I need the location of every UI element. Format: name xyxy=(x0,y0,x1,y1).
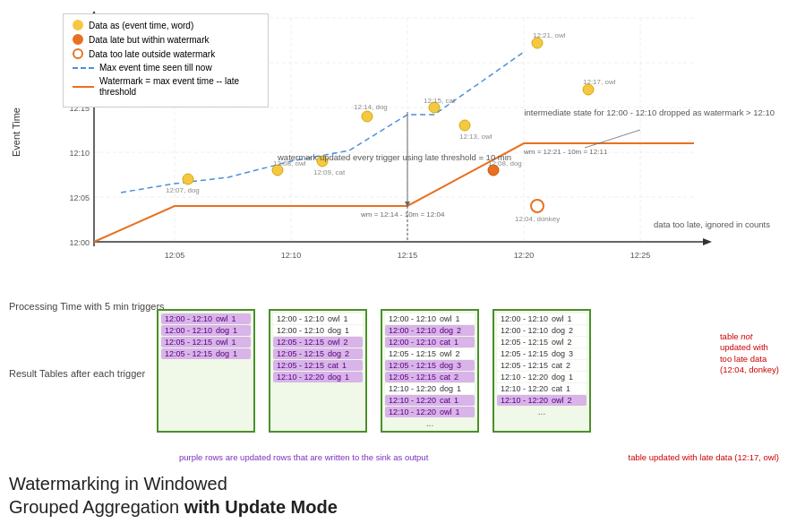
table-row: 12:05 - 12:15 cat 2 xyxy=(497,360,587,371)
svg-text:wm = 12:14 - 10m = 12:04: wm = 12:14 - 10m = 12:04 xyxy=(360,210,445,219)
legend-orange-text: Data late but within watermark xyxy=(89,35,210,45)
svg-text:12:04, donkey: 12:04, donkey xyxy=(515,215,560,223)
yellow-dot-icon xyxy=(73,20,83,30)
table-not-updated-annotation: table notupdated withtoo late data(12:04… xyxy=(720,331,779,375)
table-row: 12:00 - 12:10 owl 1 xyxy=(273,313,363,324)
title-line2: Grouped Aggregation xyxy=(9,497,179,517)
table-row: 12:00 - 12:10 owl 1 xyxy=(497,313,587,324)
legend-item-dashed: Max event time seen till now xyxy=(73,63,259,73)
table-row: 12:00 - 12:10 dog 2 xyxy=(497,325,587,336)
svg-marker-13 xyxy=(703,238,712,245)
svg-text:12:15: 12:15 xyxy=(398,251,418,260)
table-row: 12:00 - 12:10 cat 1 xyxy=(385,337,475,348)
table-row: 12:05 - 12:15 cat 2 xyxy=(385,372,475,382)
svg-text:12:13, owl: 12:13, owl xyxy=(459,133,492,141)
y-axis-label: Event Time xyxy=(11,107,21,157)
purple-rows-annotation: purple rows are updated rows that are wr… xyxy=(179,452,428,463)
table-row: 12:10 - 12:20 owl 1 xyxy=(385,407,475,417)
svg-text:12:05: 12:05 xyxy=(69,193,90,202)
legend-item-yellow: Data as (event time, word) xyxy=(73,20,259,30)
svg-text:12:10: 12:10 xyxy=(69,149,90,158)
svg-text:12:10: 12:10 xyxy=(281,251,302,260)
processing-time-label: Processing Time with 5 min triggers xyxy=(9,300,165,313)
legend-item-orange: Data late but within watermark xyxy=(73,34,259,45)
svg-point-25 xyxy=(183,174,193,184)
legend-yellow-text: Data as (event time, word) xyxy=(89,21,193,30)
result-table-4: 12:00 - 12:10 owl 1 12:00 - 12:10 dog 2 … xyxy=(492,309,591,433)
svg-point-31 xyxy=(362,111,373,122)
table-updated-annotation: table updated with late data (12:17, owl… xyxy=(629,452,779,463)
svg-text:12:09, cat: 12:09, cat xyxy=(313,168,346,176)
intermediate-state-annotation: intermediate state for 12:00 - 12:10 dro… xyxy=(524,107,775,118)
table-row: 12:05 - 12:15 owl 2 xyxy=(273,337,363,348)
table-row: 12:10 - 12:20 cat 1 xyxy=(497,383,587,394)
table-row: 12:10 - 12:20 dog 1 xyxy=(497,372,587,382)
table-dots: ... xyxy=(497,407,587,416)
main-container: Event Time 12:00 12:05 12:10 12:15 12:20… xyxy=(0,0,788,532)
svg-text:12:20: 12:20 xyxy=(514,251,535,260)
page-title: Watermarking in Windowed Grouped Aggrega… xyxy=(9,472,338,519)
table-row: 12:00 - 12:10 owl 1 xyxy=(161,313,251,324)
orange-hollow-dot-icon xyxy=(73,48,83,59)
svg-line-49 xyxy=(585,130,640,148)
svg-point-35 xyxy=(459,120,470,131)
svg-text:12:07, dog: 12:07, dog xyxy=(166,186,200,194)
table-row: 12:05 - 12:15 owl 1 xyxy=(161,337,251,348)
title-line1: Watermarking in Windowed xyxy=(9,474,227,493)
svg-text:12:21, owl: 12:21, owl xyxy=(533,31,566,39)
result-table-3: 12:00 - 12:10 owl 1 12:00 - 12:10 dog 2 … xyxy=(381,309,479,433)
table-row: 12:05 - 12:15 dog 1 xyxy=(161,348,251,359)
legend-hollow-text: Data too late outside watermark xyxy=(89,49,215,59)
legend-dashed-text: Max event time seen till now xyxy=(99,63,212,73)
table-row: 12:00 - 12:10 dog 2 xyxy=(385,325,475,336)
table-row: 12:10 - 12:20 cat 1 xyxy=(385,395,475,406)
svg-text:12:25: 12:25 xyxy=(630,251,651,260)
result-table-1: 12:00 - 12:10 owl 1 12:00 - 12:10 dog 1 … xyxy=(157,309,255,433)
table-row: 12:05 - 12:15 dog 3 xyxy=(497,348,587,359)
result-table-2: 12:00 - 12:10 owl 1 12:00 - 12:10 dog 1 … xyxy=(269,309,367,433)
legend-item-hollow: Data too late outside watermark xyxy=(73,48,259,59)
table-row: 12:00 - 12:10 dog 1 xyxy=(161,325,251,336)
svg-text:12:15, cat: 12:15, cat xyxy=(424,97,456,105)
legend-watermark-text: Watermark = max event time -- late thres… xyxy=(99,76,259,98)
table-row: 12:00 - 12:10 owl 1 xyxy=(385,313,475,324)
table-row: 12:10 - 12:20 dog 1 xyxy=(385,383,475,394)
table-row: 12:00 - 12:10 dog 1 xyxy=(273,325,363,336)
legend-item-watermark: Watermark = max event time -- late thres… xyxy=(73,76,259,98)
watermark-update-annotation: watermark updated every trigger using la… xyxy=(278,152,511,163)
svg-text:12:00: 12:00 xyxy=(69,238,90,247)
result-tables-label: Result Tables after each trigger xyxy=(9,367,145,381)
svg-text:12:14, dog: 12:14, dog xyxy=(354,103,388,111)
too-late-annotation: data too late, ignored in counts xyxy=(654,219,770,230)
table-row: 12:10 - 12:20 owl 2 xyxy=(497,395,587,406)
svg-text:12:05: 12:05 xyxy=(165,251,185,260)
orange-solid-dot-icon xyxy=(73,34,83,45)
legend: Data as (event time, word) Data late but… xyxy=(63,13,269,107)
table-row: 12:05 - 12:15 owl 2 xyxy=(385,348,475,359)
svg-text:wm = 12:21 - 10m = 12:11: wm = 12:21 - 10m = 12:11 xyxy=(523,148,608,156)
table-row: 12:05 - 12:15 owl 2 xyxy=(497,337,587,348)
table-row: 12:05 - 12:15 dog 3 xyxy=(385,360,475,371)
title-line2-bold: with Update Mode xyxy=(184,497,338,517)
table-dots: ... xyxy=(385,418,475,428)
svg-point-43 xyxy=(531,200,544,212)
table-row: 12:10 - 12:20 dog 1 xyxy=(273,372,363,382)
svg-text:12:17, owl: 12:17, owl xyxy=(583,78,616,86)
dashed-line-icon xyxy=(73,67,94,69)
table-row: 12:05 - 12:15 dog 2 xyxy=(273,348,363,359)
table-row: 12:05 - 12:15 cat 1 xyxy=(273,360,363,371)
solid-line-icon xyxy=(73,86,94,88)
tables-container: 12:00 - 12:10 owl 1 12:00 - 12:10 dog 1 … xyxy=(157,309,591,433)
